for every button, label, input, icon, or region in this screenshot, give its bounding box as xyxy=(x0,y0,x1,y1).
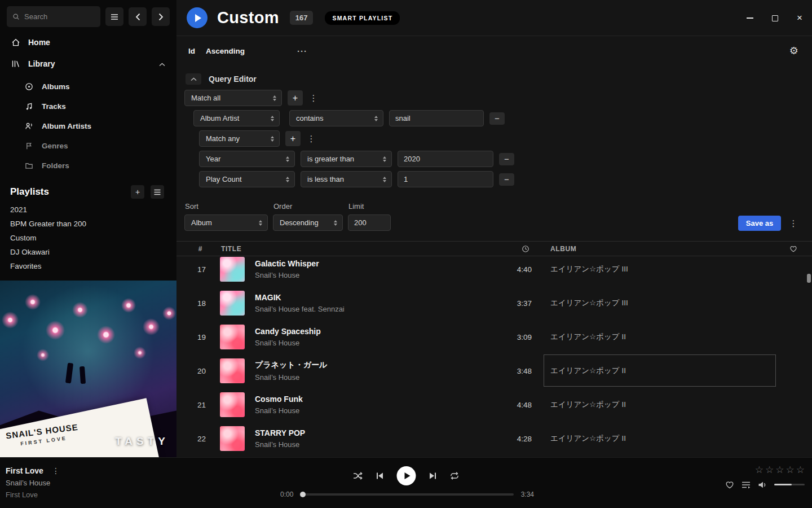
maximize-button[interactable] xyxy=(769,12,780,24)
track-duration: 4:48 xyxy=(486,401,533,409)
playlist-label: BPM Greater than 200 xyxy=(10,220,86,228)
save-menu-button[interactable]: ⋮ xyxy=(788,216,798,231)
table-row[interactable]: 18 MAGIK Snail’s House feat. Sennzai 3:3… xyxy=(176,286,812,320)
volume-button[interactable] xyxy=(758,481,767,489)
add-playlist-button[interactable]: + xyxy=(131,185,144,199)
close-button[interactable]: × xyxy=(794,12,805,24)
track-album: エイリアン☆ポップ III xyxy=(533,264,786,274)
more-options-icon[interactable]: ··· xyxy=(297,46,307,56)
collapse-query-editor-button[interactable] xyxy=(186,73,201,85)
settings-gear-icon[interactable]: ⚙ xyxy=(789,45,798,57)
page-title: Custom xyxy=(217,8,279,27)
play-pause-button[interactable] xyxy=(397,466,416,485)
favorite-button[interactable] xyxy=(725,480,734,489)
playlist-label: Favorites xyxy=(10,262,42,270)
search-box[interactable] xyxy=(7,6,100,27)
playlist-item[interactable]: 2021 xyxy=(0,203,176,217)
table-row[interactable]: 17 Galactic Whisper Snail’s House 4:40 エ… xyxy=(176,256,812,286)
next-button[interactable] xyxy=(429,472,437,480)
heart-icon xyxy=(725,480,734,489)
heart-icon xyxy=(789,245,797,252)
sort-select[interactable]: Album xyxy=(184,214,268,231)
play-playlist-button[interactable] xyxy=(187,7,208,28)
remove-rule-button[interactable]: − xyxy=(489,112,505,125)
previous-button[interactable] xyxy=(376,472,384,480)
album-art-thumbnail xyxy=(220,392,245,417)
minimize-button[interactable] xyxy=(744,12,756,24)
star-icon[interactable]: ☆ xyxy=(775,464,784,476)
track-artist: Snail’s House xyxy=(255,271,319,279)
search-input[interactable] xyxy=(24,12,95,21)
order-select[interactable]: Descending xyxy=(273,214,343,231)
sidebar-item-library[interactable]: Library xyxy=(0,53,176,75)
rule-operator-select[interactable]: is less than xyxy=(301,171,392,187)
column-header-duration[interactable] xyxy=(486,245,533,253)
table-row[interactable]: 20 プラネット・ガール Snail’s House 3:48 エイリアン☆ポッ… xyxy=(176,354,812,388)
playlist-item[interactable]: BPM Greater than 200 xyxy=(0,217,176,231)
close-icon: × xyxy=(797,12,802,24)
seek-handle[interactable] xyxy=(300,492,306,497)
track-title: プラネット・ガール xyxy=(255,360,327,370)
queue-button[interactable] xyxy=(742,481,751,489)
track-album: エイリアン☆ポップ III xyxy=(533,298,786,308)
playlist-item[interactable]: Custom xyxy=(0,231,176,245)
sidebar-item-label: Folders xyxy=(42,161,69,170)
select-value: Match any xyxy=(206,134,240,143)
sidebar-item-album-artists[interactable]: Album Artists xyxy=(0,116,176,136)
rule-field-select[interactable]: Album Artist xyxy=(193,110,280,126)
forward-button[interactable] xyxy=(152,7,170,26)
scrollbar-thumb[interactable] xyxy=(807,274,811,283)
save-as-button[interactable]: Save as xyxy=(738,216,781,231)
sidebar-item-albums[interactable]: Albums xyxy=(0,77,176,97)
now-playing-menu-button[interactable]: ⋮ xyxy=(52,466,60,475)
rule-field-select[interactable]: Year xyxy=(199,151,295,167)
elapsed-time: 0:00 xyxy=(280,491,293,498)
star-icon[interactable]: ☆ xyxy=(755,464,764,476)
playlist-list-button[interactable] xyxy=(151,185,164,199)
seek-bar[interactable] xyxy=(301,493,513,496)
group-match-type-select[interactable]: Match any xyxy=(199,130,280,147)
star-icon[interactable]: ☆ xyxy=(786,464,795,476)
rule-value-input[interactable] xyxy=(398,151,493,167)
limit-input[interactable] xyxy=(348,214,391,231)
sidebar-item-tracks[interactable]: Tracks xyxy=(0,97,176,116)
track-title: Candy Spaceship xyxy=(255,327,321,336)
remove-rule-button[interactable]: − xyxy=(499,173,514,186)
playlist-item[interactable]: Favorites xyxy=(0,259,176,273)
column-header-album[interactable]: ALBUM xyxy=(533,245,786,253)
shuffle-button[interactable] xyxy=(353,471,363,480)
menu-button[interactable] xyxy=(105,7,123,26)
rule-group-menu-button[interactable]: ⋮ xyxy=(308,90,319,106)
group-menu-button[interactable]: ⋮ xyxy=(306,131,316,146)
repeat-button[interactable] xyxy=(450,471,460,480)
star-icon[interactable]: ☆ xyxy=(796,464,805,476)
match-type-select[interactable]: Match all xyxy=(184,90,282,106)
sidebar-item-home[interactable]: Home xyxy=(0,32,176,53)
rule-operator-select[interactable]: is greater than xyxy=(301,151,392,167)
star-icon[interactable]: ☆ xyxy=(765,464,774,476)
remove-rule-button[interactable]: − xyxy=(499,153,514,165)
add-rule-button[interactable]: + xyxy=(288,90,303,106)
rule-value-input[interactable] xyxy=(389,110,484,126)
column-header-title[interactable]: TITLE xyxy=(206,245,486,253)
sidebar-item-genres[interactable]: Genres xyxy=(0,136,176,156)
volume-slider[interactable] xyxy=(774,484,805,485)
column-header-index[interactable]: # xyxy=(176,245,206,253)
add-group-rule-button[interactable]: + xyxy=(285,131,301,146)
sort-field-control[interactable]: Id xyxy=(188,47,195,55)
rule-value-input[interactable] xyxy=(398,171,493,187)
sort-direction-control[interactable]: Ascending xyxy=(206,47,245,55)
column-header-favorite[interactable] xyxy=(786,245,812,252)
sidebar-item-folders[interactable]: Folders xyxy=(0,156,176,176)
playlist-header: Custom 167 SMART PLAYLIST × xyxy=(176,0,812,36)
playlist-item[interactable]: DJ Okawari xyxy=(0,245,176,259)
table-row[interactable]: 22 STARRY POP Snail’s House 4:28 エイリアン☆ポ… xyxy=(176,422,812,456)
artwork-brand: TASTY xyxy=(115,435,169,448)
rule-operator-select[interactable]: contains xyxy=(289,110,383,126)
table-row[interactable]: 21 Cosmo Funk Snail’s House 4:48 エイリアン☆ポ… xyxy=(176,388,812,422)
table-row[interactable]: 19 Candy Spaceship Snail’s House 3:09 エイ… xyxy=(176,320,812,354)
track-table-header: # TITLE ALBUM xyxy=(176,241,812,256)
select-arrows-icon xyxy=(273,95,276,101)
rule-field-select[interactable]: Play Count xyxy=(199,171,295,187)
back-button[interactable] xyxy=(129,7,147,26)
